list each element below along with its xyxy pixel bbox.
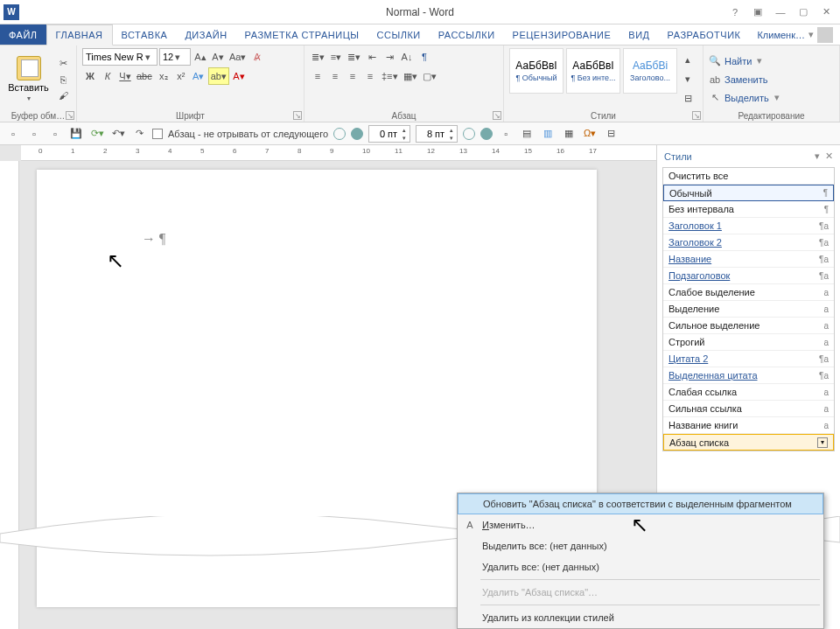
style-row[interactable]: Абзац списка▾ <box>663 434 834 451</box>
subscript-button[interactable]: x₂ <box>156 67 172 85</box>
font-name-combo[interactable]: Times New R▾ <box>82 48 158 66</box>
line-spacing-icon[interactable]: ‡≡▾ <box>380 67 400 85</box>
ctx-delete-all[interactable]: Удалить все: (нет данных) <box>458 556 823 577</box>
style-row[interactable]: Заголовок 1¶a <box>663 218 834 234</box>
tab-mail[interactable]: РАССЫЛКИ <box>430 24 504 45</box>
qat-misc3-icon[interactable]: ▦ <box>561 126 577 142</box>
numbering-icon[interactable]: ≡▾ <box>328 48 344 66</box>
shading-icon[interactable]: ▦▾ <box>402 67 419 85</box>
superscript-button[interactable]: x² <box>173 67 189 85</box>
qat-misc1-icon[interactable]: ▫ <box>498 126 514 142</box>
qat-circle4[interactable] <box>480 128 493 140</box>
styles-down-icon[interactable]: ▾ <box>680 71 696 88</box>
styles-more-icon[interactable]: ⊟ <box>680 90 696 108</box>
horizontal-ruler[interactable]: 01234567891011121314151617 <box>21 145 656 161</box>
sort-icon[interactable]: A↓ <box>399 48 415 66</box>
style-nospacing[interactable]: АаБбВвI¶ Без инте... <box>566 48 620 94</box>
styles-launcher[interactable]: ↘ <box>692 111 701 120</box>
align-left-icon[interactable]: ≡ <box>310 67 326 85</box>
clear-format-icon[interactable]: A̷ <box>249 48 265 66</box>
ctx-update-style[interactable]: Обновить "Абзац списка" в соответствии с… <box>458 493 823 514</box>
paste-button[interactable]: Вставить ▾ <box>5 48 52 110</box>
qat-save-icon[interactable]: 💾 <box>68 126 84 142</box>
spacing-after-spin[interactable]: ▴▾ <box>416 125 458 143</box>
help-icon[interactable]: ? <box>730 7 740 17</box>
outdent-icon[interactable]: ⇤ <box>364 48 380 66</box>
pane-close-icon[interactable]: ✕ <box>825 150 833 162</box>
style-row[interactable]: Строгийa <box>663 334 834 351</box>
font-color-icon[interactable]: A▾ <box>231 67 247 85</box>
ctx-remove-collection[interactable]: Удалить из коллекции стилей <box>458 607 823 628</box>
qat-undo-icon[interactable]: ↶▾ <box>110 126 126 142</box>
style-row[interactable]: Слабое выделениеa <box>663 284 834 301</box>
underline-button[interactable]: Ч▾ <box>117 67 133 85</box>
style-row[interactable]: Подзаголовок¶a <box>663 268 834 284</box>
style-heading[interactable]: АаБбВіЗаголово... <box>623 48 677 94</box>
bold-button[interactable]: Ж <box>82 67 98 85</box>
qat-circle3[interactable] <box>463 128 475 140</box>
style-row[interactable]: Заголовок 2¶a <box>663 234 834 251</box>
style-row[interactable]: Название¶a <box>663 251 834 268</box>
pane-opts-icon[interactable]: ▾ <box>815 150 820 162</box>
ctx-select-all[interactable]: Выделить все: (нет данных) <box>458 535 823 556</box>
tab-refs[interactable]: ССЫЛКИ <box>368 24 430 45</box>
highlight-icon[interactable]: ab▾ <box>208 67 229 85</box>
qat-omega-icon[interactable]: Ω▾ <box>582 126 598 142</box>
copy-icon[interactable]: ⎘ <box>55 73 71 87</box>
cut-icon[interactable]: ✂ <box>55 57 71 71</box>
justify-icon[interactable]: ≡ <box>362 67 378 85</box>
close-icon[interactable]: ✕ <box>821 6 831 17</box>
grow-font-icon[interactable]: A▴ <box>192 48 208 66</box>
qat-redo-icon[interactable]: ↷ <box>131 126 147 142</box>
select-button[interactable]: ↖Выделить▾ <box>709 90 780 106</box>
qat-open2-icon[interactable]: ▫ <box>47 126 63 142</box>
qat-open-icon[interactable]: ▫ <box>26 126 42 142</box>
style-row[interactable]: Название книгиa <box>663 417 834 434</box>
strike-button[interactable]: abc <box>135 67 154 85</box>
multilevel-icon[interactable]: ≣▾ <box>346 48 362 66</box>
italic-button[interactable]: К <box>100 67 116 85</box>
style-row[interactable]: Цитата 2¶a <box>663 351 834 367</box>
style-row[interactable]: Обычный¶ <box>663 185 834 201</box>
find-button[interactable]: 🔍Найти▾ <box>709 53 780 69</box>
qat-circle1[interactable] <box>333 128 346 140</box>
spacing-before-spin[interactable]: ▴▾ <box>368 125 410 143</box>
style-row[interactable]: Слабая ссылкаa <box>663 384 834 401</box>
tab-dev[interactable]: РАЗРАБОТЧИК <box>659 24 750 45</box>
style-row[interactable]: Очистить все <box>663 168 834 185</box>
style-row[interactable]: Выделениеa <box>663 301 834 318</box>
minimize-icon[interactable]: — <box>775 7 786 17</box>
bullets-icon[interactable]: ≣▾ <box>310 48 326 66</box>
clipboard-launcher[interactable]: ↘ <box>66 111 74 120</box>
style-row[interactable]: Сильная ссылкаa <box>663 401 834 417</box>
tab-file[interactable]: ФАЙЛ <box>0 24 46 45</box>
maximize-icon[interactable]: ▢ <box>798 6 808 17</box>
replace-button[interactable]: abЗаменить <box>709 72 780 87</box>
borders-icon[interactable]: ▢▾ <box>421 67 438 85</box>
indent-icon[interactable]: ⇥ <box>382 48 397 66</box>
tab-insert[interactable]: ВСТАВКА <box>113 24 177 45</box>
tab-view[interactable]: ВИД <box>620 24 658 45</box>
qat-para-keep-check[interactable] <box>152 129 163 139</box>
tab-design[interactable]: ДИЗАЙН <box>176 24 235 45</box>
qat-book-icon[interactable]: ▥ <box>540 126 556 142</box>
text-effects-icon[interactable]: A▾ <box>191 67 206 85</box>
tab-review[interactable]: РЕЦЕНЗИРОВАНИЕ <box>504 24 620 45</box>
user-account[interactable]: Клименк…▾ <box>750 24 840 45</box>
style-row[interactable]: Сильное выделениеa <box>663 318 834 334</box>
format-painter-icon[interactable]: 🖌 <box>55 88 71 102</box>
para-launcher[interactable]: ↘ <box>493 111 501 120</box>
qat-new-icon[interactable]: ▫ <box>5 126 21 142</box>
qat-refresh-icon[interactable]: ⟳▾ <box>89 126 105 142</box>
font-launcher[interactable]: ↘ <box>293 111 302 120</box>
align-right-icon[interactable]: ≡ <box>345 67 360 85</box>
show-marks-icon[interactable]: ¶ <box>416 48 432 66</box>
qat-more-icon[interactable]: ⊟ <box>603 126 619 142</box>
shrink-font-icon[interactable]: A▾ <box>210 48 226 66</box>
align-center-icon[interactable]: ≡ <box>327 67 343 85</box>
qat-misc2-icon[interactable]: ▤ <box>519 126 535 142</box>
style-normal[interactable]: АаБбВвI¶ Обычный <box>509 48 564 94</box>
qat-circle2[interactable] <box>351 128 363 140</box>
font-size-combo[interactable]: 12▾ <box>159 48 191 66</box>
tab-home[interactable]: ГЛАВНАЯ <box>46 24 113 45</box>
